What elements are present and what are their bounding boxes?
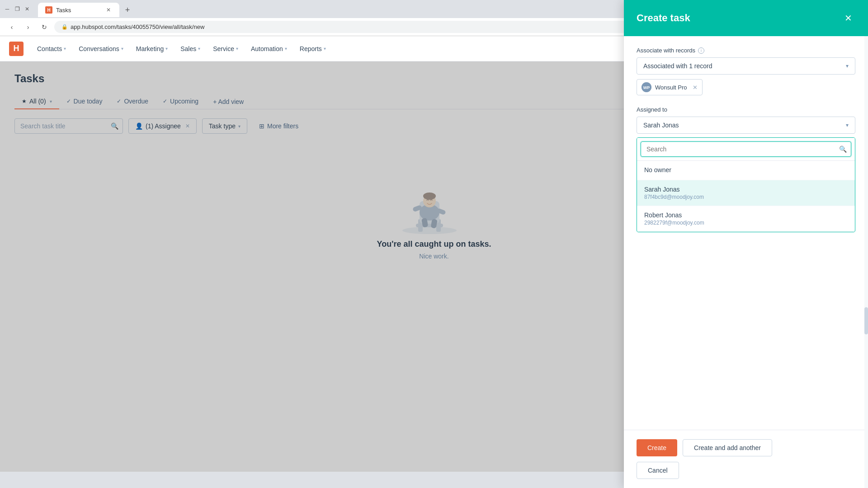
- tag-avatar: WP: [642, 82, 651, 92]
- tab-close-button[interactable]: ✕: [105, 6, 112, 14]
- dropdown-option-sarah[interactable]: Sarah Jonas 87f4bc9d@moodjoy.com: [637, 180, 855, 206]
- restore-button[interactable]: ❐: [14, 5, 21, 13]
- new-tab-button[interactable]: +: [121, 4, 134, 16]
- associate-label: Associate with records i: [637, 47, 855, 54]
- panel-header: Create task ✕: [624, 0, 868, 36]
- assigned-to-section: Assigned to Sarah Jonas ▾ 🔍 No owner: [637, 106, 855, 232]
- nav-conversations[interactable]: Conversations ▾: [72, 36, 130, 61]
- sales-chevron: ▾: [198, 46, 200, 51]
- window-controls: ─ ❐ ✕: [4, 5, 31, 13]
- panel-footer: Create Create and add another Cancel: [624, 430, 868, 488]
- associate-info-icon[interactable]: i: [698, 47, 704, 54]
- back-button[interactable]: ‹: [5, 21, 18, 33]
- associated-tag: WP Wonsult Pro ✕: [637, 79, 703, 95]
- nav-reports[interactable]: Reports ▾: [293, 36, 332, 61]
- assignee-search-dropdown: 🔍 No owner Sarah Jonas 87f4bc9d@moodjoy.…: [637, 137, 855, 232]
- browser-chrome: ─ ❐ ✕ H Tasks ✕ + ‹ › ↻ 🔒 app.hubspot.co…: [0, 0, 868, 488]
- tag-remove-button[interactable]: ✕: [693, 84, 698, 91]
- automation-chevron: ▾: [285, 46, 287, 51]
- associate-dropdown[interactable]: Associated with 1 record ▾: [637, 57, 855, 75]
- close-button[interactable]: ✕: [24, 5, 31, 13]
- panel-scrollbar[interactable]: [864, 36, 868, 488]
- service-chevron: ▾: [236, 46, 238, 51]
- dropdown-option-no-owner[interactable]: No owner: [637, 161, 855, 180]
- hubspot-logo: H: [9, 42, 24, 56]
- conversations-chevron: ▾: [121, 46, 123, 51]
- panel-body: Associate with records i Associated with…: [624, 36, 868, 430]
- reports-chevron: ▾: [324, 46, 326, 51]
- panel-scrollbar-thumb: [864, 307, 868, 334]
- nav-sales[interactable]: Sales ▾: [174, 36, 207, 61]
- nav-contacts[interactable]: Contacts ▾: [31, 36, 72, 61]
- nav-service[interactable]: Service ▾: [207, 36, 245, 61]
- url-text: app.hubspot.com/tasks/40055750/view/all/…: [71, 23, 204, 30]
- assignee-search-input[interactable]: [641, 141, 851, 157]
- panel-close-button[interactable]: ✕: [841, 11, 855, 25]
- create-button[interactable]: Create: [637, 439, 677, 456]
- forward-button[interactable]: ›: [22, 21, 34, 33]
- assigned-to-label: Assigned to: [637, 106, 855, 113]
- minimize-button[interactable]: ─: [4, 5, 11, 13]
- nav-automation[interactable]: Automation ▾: [245, 36, 293, 61]
- cancel-button[interactable]: Cancel: [637, 462, 679, 479]
- contacts-chevron: ▾: [64, 46, 66, 51]
- dropdown-option-robert[interactable]: Robert Jonas 2982279f@moodjoy.com: [637, 206, 855, 232]
- refresh-button[interactable]: ↻: [38, 21, 51, 33]
- assignee-search-icon: 🔍: [839, 145, 847, 153]
- svg-text:WP: WP: [643, 85, 650, 90]
- dropdown-search-wrap: 🔍: [637, 138, 855, 161]
- footer-primary-actions: Create Create and add another: [637, 439, 855, 456]
- tab-bar: H Tasks ✕ +: [34, 1, 137, 17]
- assigned-to-chevron: ▾: [846, 122, 849, 128]
- create-task-panel: Create task ✕ Associate with records i A…: [624, 0, 868, 488]
- nav-marketing[interactable]: Marketing ▾: [130, 36, 174, 61]
- associate-dropdown-chevron: ▾: [846, 63, 849, 69]
- tab-title: Tasks: [56, 7, 71, 14]
- tab-favicon: H: [45, 6, 52, 14]
- associate-section: Associate with records i Associated with…: [637, 47, 855, 95]
- browser-tab[interactable]: H Tasks ✕: [38, 3, 119, 17]
- assigned-to-dropdown[interactable]: Sarah Jonas ▾: [637, 117, 855, 134]
- tag-name: Wonsult Pro: [655, 84, 687, 91]
- create-and-add-another-button[interactable]: Create and add another: [683, 439, 772, 456]
- lock-icon: 🔒: [61, 24, 68, 30]
- panel-title: Create task: [637, 12, 690, 24]
- marketing-chevron: ▾: [165, 46, 168, 51]
